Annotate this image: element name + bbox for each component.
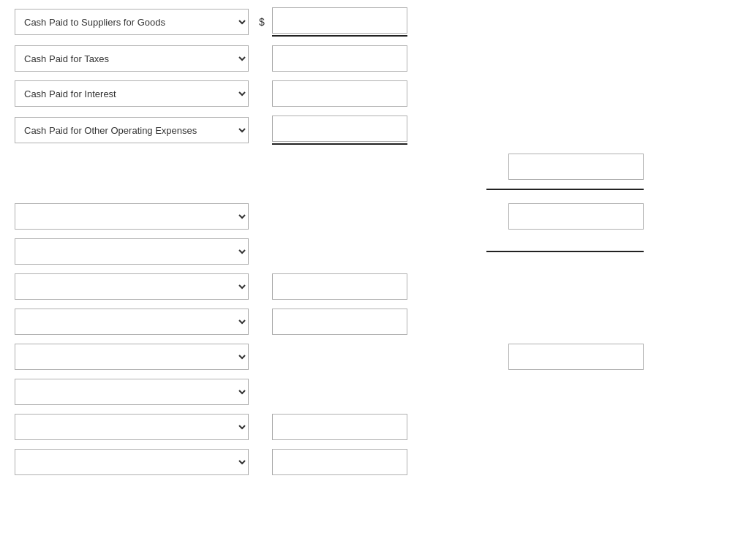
blank-row-7: $ — [15, 414, 644, 440]
blank-right-input-1[interactable] — [508, 203, 644, 230]
input-interest[interactable] — [272, 80, 407, 107]
blank-row-6 — [15, 379, 644, 405]
row-suppliers: Cash Paid to Suppliers for Goods $ — [15, 7, 644, 37]
double-underline-area-1 — [15, 189, 644, 190]
blank-select-8[interactable] — [15, 449, 249, 475]
blank-row-2 — [15, 238, 644, 265]
blank-select-6[interactable] — [15, 379, 249, 405]
select-taxes[interactable]: Cash Paid for Taxes — [15, 45, 249, 72]
double-underline-1 — [486, 189, 644, 190]
underline-right-2 — [486, 251, 644, 252]
blank-input-8[interactable] — [272, 449, 407, 475]
blank-row-3: $ — [15, 273, 644, 300]
form-area: Cash Paid to Suppliers for Goods $ Cash … — [15, 7, 644, 475]
blank-select-2[interactable] — [15, 238, 249, 265]
input-suppliers[interactable] — [272, 7, 407, 34]
blank-right-input-5[interactable] — [508, 344, 644, 370]
blank-row-1: $ — [15, 203, 644, 230]
blank-row-5 — [15, 344, 644, 370]
input-other[interactable] — [272, 116, 407, 142]
subtotal-wrapper-1 — [508, 154, 644, 180]
select-interest[interactable]: Cash Paid for Interest — [15, 80, 249, 107]
blank-select-5[interactable] — [15, 344, 249, 370]
select-other[interactable]: Cash Paid for Other Operating Expenses — [15, 117, 249, 143]
row-interest: Cash Paid for Interest $ — [15, 80, 644, 107]
blank-select-7[interactable] — [15, 414, 249, 440]
input-wrapper-other — [272, 116, 407, 145]
row-other: Cash Paid for Other Operating Expenses $ — [15, 116, 644, 145]
blank-input-7[interactable] — [272, 414, 407, 440]
subtotal-area-1 — [15, 154, 644, 180]
blank-input-3[interactable] — [272, 273, 407, 300]
row-taxes: Cash Paid for Taxes $ — [15, 45, 644, 72]
blank-row-4: $ — [15, 309, 644, 335]
input-wrapper-suppliers — [272, 7, 407, 37]
select-suppliers[interactable]: Cash Paid to Suppliers for Goods — [15, 9, 249, 35]
blank-input-4[interactable] — [272, 309, 407, 335]
dollar-sign-1: $ — [259, 16, 265, 28]
blank-select-3[interactable] — [15, 273, 249, 300]
input-taxes[interactable] — [272, 45, 407, 72]
blank-select-4[interactable] — [15, 309, 249, 335]
right-total-input-1[interactable] — [508, 154, 644, 180]
blank-select-1[interactable] — [15, 203, 249, 230]
blank-row-8: $ — [15, 449, 644, 475]
